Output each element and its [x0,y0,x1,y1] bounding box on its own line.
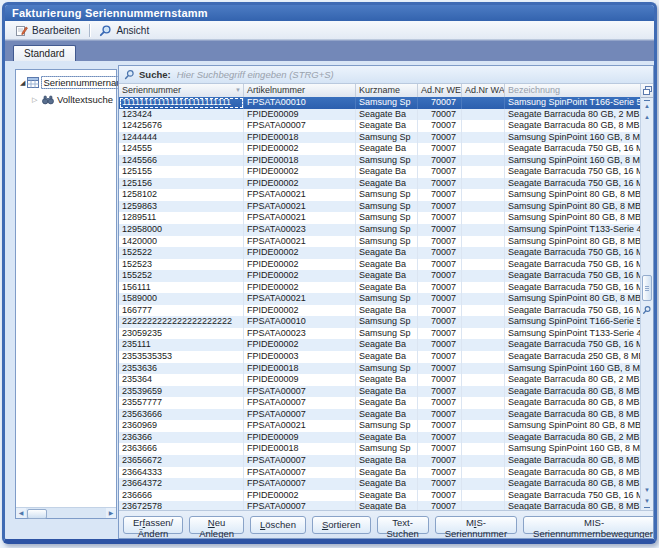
table-row[interactable]: 1244444FPIDE00018Samsung Sp70007Samsung … [119,132,640,144]
scroll-up-icon[interactable]: ▲ [641,112,653,123]
scroll-right-icon[interactable]: ▶ [106,508,116,518]
table-row[interactable]: 152522FPIDE00002Seagate Ba70007Seagate B… [119,247,640,259]
scroll-to-top-icon[interactable]: ▲ [644,100,650,112]
column-chooser-button[interactable] [641,84,653,98]
table-row[interactable]: 23563666FPSATA00007Seagate Ba70007Seagat… [119,409,640,421]
table-row[interactable]: 124555FPIDE00002Seagate Ba70007Seagate B… [119,143,640,155]
table-row[interactable]: 23557777FPSATA00007Seagate Ba70007Seagat… [119,397,640,409]
table-cell: Seagate Ba [356,109,418,121]
column-header-1[interactable]: Artikelnummer [244,84,356,97]
tree-collapsed-icon[interactable]: ▷ [32,96,40,104]
table-row[interactable]: 23059235FPSATA00023Samsung Sp70007Samsun… [119,328,640,340]
window-titlebar[interactable]: Fakturierung Seriennummernstamm [5,5,654,21]
table-row[interactable]: 125155FPIDE00002Seagate Ba70007Seagate B… [119,166,640,178]
bearbeiten-button[interactable]: Bearbeiten [9,21,86,39]
column-chooser-icon [643,86,652,95]
action-button-0[interactable]: Erfassen/Ändern [123,516,183,534]
action-button-5[interactable]: MIS-Seriennummer [435,516,517,534]
table-row[interactable]: 1289511FPSATA00021Samsung Sp70007Samsung… [119,212,640,224]
column-header-label: Seriennummer [122,84,181,97]
table-row[interactable]: 23664372FPSATA00007Seagate Ba70007Seagat… [119,478,640,490]
scroll-to-bottom-icon[interactable]: ▼ [644,496,650,508]
table-row[interactable]: 155252FPIDE00002Seagate Ba70007Seagate B… [119,270,640,282]
table-cell: 12958000 [119,224,244,236]
column-header-0[interactable]: Seriennummer▼ [119,84,244,97]
scroll-left-icon[interactable]: ◀ [16,508,26,518]
table-cell: Seagate Barracuda 80 GB, 8 MB, 7200, NC [505,120,640,132]
table-cell [462,109,505,121]
table-row[interactable]: 1259863FPSATA00021Samsung Sp70007Samsung… [119,201,640,213]
tree-item-seriennummernauswahl[interactable]: ◢ Seriennummernauswahl [20,76,116,89]
table-cell: 12425676 [119,120,244,132]
scrollbar-track[interactable] [641,123,653,485]
tree-horizontal-scrollbar[interactable]: ◀ ▶ [16,507,116,518]
table-cell: Samsung Sp [356,155,418,167]
tree-expanded-icon[interactable]: ◢ [20,79,25,87]
action-button-3[interactable]: Sortieren [312,516,371,534]
table-cell: 70007 [418,236,462,248]
table-row[interactable]: 156111FPIDE00002Seagate Ba70007Seagate B… [119,282,640,294]
column-header-5[interactable]: Bezeichnung [505,84,640,97]
table-row[interactable]: 1258102FPSATA00021Samsung Sp70007Samsung… [119,189,640,201]
table-cell: Seagate Barracuda 750 GB, 16 MB, 7200 [505,339,640,351]
ansicht-label: Ansicht [116,25,149,36]
table-cell [462,166,505,178]
action-button-2[interactable]: Löschen [250,516,306,534]
table-row[interactable]: 12958000FPSATA00023Samsung Sp70007Samsun… [119,224,640,236]
table-row[interactable]: 236366FPIDE00009Seagate Ba70007Seagate B… [119,432,640,444]
table-row[interactable]: 2353535353FPIDE00003Seagate Ba70007Seaga… [119,351,640,363]
table-cell: 1111111111111111111111111 [119,97,244,109]
table-row[interactable]: 23672578FPSATA00007Seagate Ba70007Seagat… [119,501,640,510]
table-cell: Seagate Ba [356,467,418,479]
tree-item-volltextsuche[interactable]: ▷ Volltextsuche [32,94,116,105]
table-row[interactable]: 23656672FPSATA00007Seagate Ba70007Seagat… [119,455,640,467]
table-cell: Samsung SpinPoint 80 GB, 8 MB, 7200, S- [505,201,640,213]
scrollbar-magnifier-icon[interactable] [642,305,652,315]
table-row[interactable]: 2222222222222222222222FPSATA00010Samsung… [119,316,640,328]
table-cell: FPIDE00002 [244,259,356,271]
table-row[interactable]: 2360969FPSATA00021Samsung Sp70007Samsung… [119,420,640,432]
tree-hscroll-thumb[interactable] [27,509,47,519]
ansicht-button[interactable]: Ansicht [93,21,155,39]
table-cell: 2222222222222222222222 [119,316,244,328]
search-input[interactable] [175,67,653,82]
scroll-down-icon[interactable]: ▼ [641,485,653,496]
table-row[interactable]: 2353636FPIDE00018Samsung Sp70007Samsung … [119,363,640,375]
table-row[interactable]: 1420000FPSATA00021Samsung Sp70007Samsung… [119,236,640,248]
table-cell: FPIDE00018 [244,443,356,455]
table-row[interactable]: 123424FPIDE00009Seagate Ba70007Seagate B… [119,109,640,121]
table-row[interactable]: 23539659FPSATA00007Seagate Ba70007Seagat… [119,386,640,398]
grid-vertical-scrollbar[interactable]: ▲ ▲ ▼ ▼ [640,84,653,510]
table-cell: 70007 [418,155,462,167]
table-row[interactable]: 1245566FPIDE00018Samsung Sp70007Samsung … [119,155,640,167]
table-row[interactable]: 12425676FPSATA00007Seagate Ba70007Seagat… [119,120,640,132]
table-cell: 70007 [418,305,462,317]
column-header-4[interactable]: Ad.Nr WA [462,84,505,97]
table-cell: 1420000 [119,236,244,248]
toolbar-separator [89,24,90,37]
action-button-1[interactable]: Neu Anlegen [189,516,244,534]
table-row[interactable]: 236666FPIDE00002Seagate Ba70007Seagate B… [119,490,640,502]
table-row[interactable]: 125156FPIDE00002Seagate Ba70007Seagate B… [119,178,640,190]
table-cell [462,155,505,167]
action-button-4[interactable]: Text-Suchen [377,516,429,534]
table-cell [462,305,505,317]
tree-hscroll-track[interactable] [26,508,106,518]
table-row[interactable]: 1589000FPSATA00021Samsung Sp70007Samsung… [119,293,640,305]
table-cell: 23563666 [119,409,244,421]
table-row[interactable]: 235111FPIDE00002Seagate Ba70007Seagate B… [119,339,640,351]
tab-standard[interactable]: Standard [13,45,76,61]
table-row[interactable]: 23664333FPSATA00007Seagate Ba70007Seagat… [119,467,640,479]
table-row[interactable]: 166777FPIDE00002Seagate Ba70007Seagate B… [119,305,640,317]
column-header-2[interactable]: Kurzname [356,84,418,97]
scrollbar-thumb[interactable] [642,275,652,301]
column-header-3[interactable]: Ad.Nr WE [418,84,462,97]
sort-indicator-icon[interactable]: ▼ [235,84,241,97]
search-icon [124,69,135,80]
table-row[interactable]: 1111111111111111111111111FPSATA00010Sams… [119,97,640,109]
table-row[interactable]: 152523FPIDE00002Seagate Ba70007Seagate B… [119,259,640,271]
table-row[interactable]: 235364FPIDE00009Seagate Ba70007Seagate B… [119,374,640,386]
action-button-6[interactable]: MIS-Seriennummernbewegungen [523,516,654,534]
table-row[interactable]: 2363666FPIDE00018Samsung Sp70007Samsung … [119,443,640,455]
table-cell: FPIDE00009 [244,374,356,386]
